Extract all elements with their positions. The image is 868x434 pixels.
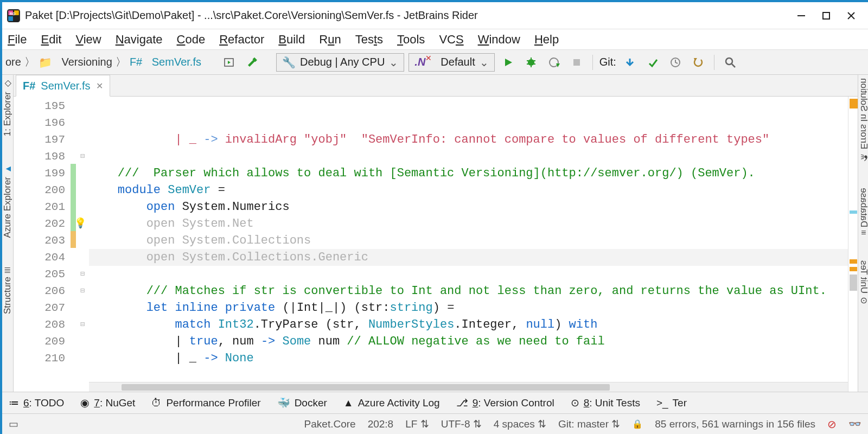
breadcrumb-2[interactable]: F# SemVer.fs bbox=[130, 56, 201, 68]
code-line[interactable]: module SemVer = bbox=[89, 182, 848, 199]
status-git-branch[interactable]: Git: master ⇅ bbox=[558, 418, 620, 430]
error-stripe[interactable] bbox=[848, 97, 858, 392]
status-encoding[interactable]: UTF-8 ⇅ bbox=[441, 418, 482, 430]
warning-marker[interactable] bbox=[850, 99, 858, 108]
code-line[interactable]: open System.Collections bbox=[89, 232, 848, 249]
menu-file[interactable]: File bbox=[8, 33, 27, 47]
toolwin-azure-activity-log[interactable]: ▲Azure Activity Log bbox=[343, 397, 440, 409]
close-button[interactable] bbox=[839, 7, 864, 24]
horizontal-scrollbar[interactable] bbox=[89, 382, 848, 392]
svg-point-22 bbox=[726, 58, 732, 65]
menu-navigate[interactable]: Navigate bbox=[116, 33, 163, 47]
menu-code[interactable]: Code bbox=[177, 33, 206, 47]
line-number: 196 bbox=[14, 114, 65, 131]
breadcrumb: ore 〉 📁 Versioning 〉 F# SemVer.fs bbox=[5, 55, 201, 69]
toolwin----todo[interactable]: ≔6: TODO bbox=[9, 397, 64, 409]
info-marker[interactable] bbox=[850, 210, 857, 214]
toolwin----unit-tests[interactable]: ⊙8: Unit Tests bbox=[571, 397, 640, 409]
chevron-right-icon: 〉 bbox=[116, 55, 126, 69]
warning-marker[interactable] bbox=[850, 259, 857, 264]
git-revert-button[interactable] bbox=[689, 53, 707, 72]
coverage-button[interactable] bbox=[545, 53, 563, 72]
status-line-ending[interactable]: LF ⇅ bbox=[405, 418, 429, 430]
toolwin-docker[interactable]: 🐳Docker bbox=[277, 397, 327, 409]
menu-tests[interactable]: Tests bbox=[355, 33, 383, 47]
build-hammer-icon[interactable] bbox=[242, 53, 261, 72]
solution-config-dropdown[interactable]: 🔧 Debug | Any CPU ⌄ bbox=[276, 53, 404, 72]
run-button[interactable] bbox=[499, 53, 518, 72]
code-line[interactable]: open System.Numerics bbox=[89, 199, 848, 215]
toolwin-performance-profiler[interactable]: ⏱Performance Profiler bbox=[151, 397, 260, 409]
chevron-down-icon: ⌄ bbox=[480, 56, 489, 69]
code-line[interactable] bbox=[89, 367, 848, 384]
tool-structure[interactable]: Structure≣ bbox=[2, 266, 13, 314]
code-line[interactable]: | _ -> None bbox=[89, 350, 848, 367]
code-line[interactable]: /// Matches if str is convertible to Int… bbox=[89, 283, 848, 299]
code-line[interactable] bbox=[89, 148, 848, 165]
menu-vcs[interactable]: VCS bbox=[439, 33, 463, 47]
line-number: 198 bbox=[14, 148, 65, 165]
menu-help[interactable]: Help bbox=[534, 33, 559, 47]
code-line[interactable]: /// Parser which allows to deal with [Se… bbox=[89, 165, 848, 182]
menu-view[interactable]: View bbox=[75, 33, 101, 47]
menu-edit[interactable]: Edit bbox=[41, 33, 61, 47]
tool-unit-tests[interactable]: ⊙Unit Tes bbox=[858, 260, 868, 304]
status-position[interactable]: 202:8 bbox=[368, 418, 394, 430]
toolwin----nuget[interactable]: ◉7: NuGet bbox=[80, 397, 135, 409]
status-bar: ▭ Paket.Core 202:8 LF ⇅ UTF-8 ⇅ 4 spaces… bbox=[2, 413, 868, 434]
menu-tools[interactable]: Tools bbox=[397, 33, 425, 47]
status-problems[interactable]: 85 errors, 561 warnings in 156 files bbox=[655, 418, 815, 430]
editor-tabs: F# SemVer.fs ✕ bbox=[14, 75, 858, 97]
git-commit-button[interactable] bbox=[643, 53, 662, 72]
inspector-icon[interactable]: 👓 bbox=[848, 418, 861, 430]
status-indent[interactable]: 4 spaces ⇅ bbox=[494, 418, 546, 430]
tab-semver[interactable]: F# SemVer.fs ✕ bbox=[16, 75, 110, 97]
no-entry-icon[interactable]: ⊘ bbox=[827, 418, 837, 431]
menu-window[interactable]: Window bbox=[478, 33, 520, 47]
tool-explorer[interactable]: 1: Explorer◇ bbox=[2, 78, 13, 136]
code-line[interactable]: let inline private (|Int|_|) (str:string… bbox=[89, 299, 848, 316]
database-icon: ≡ bbox=[861, 228, 866, 238]
toolbar: ore 〉 📁 Versioning 〉 F# SemVer.fs 🔧 Debu… bbox=[2, 50, 868, 75]
menu-build[interactable]: Build bbox=[278, 33, 305, 47]
tool-errors[interactable]: ⚗Errors In Solution bbox=[858, 78, 868, 163]
breadcrumb-0[interactable]: ore bbox=[5, 56, 21, 68]
code-line[interactable] bbox=[89, 266, 848, 283]
line-number: 210 bbox=[14, 350, 65, 367]
fold-column[interactable]: ⊟⊟⊟⊟ bbox=[76, 97, 89, 392]
menu-refactor[interactable]: Refactor bbox=[219, 33, 264, 47]
toolwin-ter[interactable]: >_Ter bbox=[656, 397, 687, 409]
minimize-button[interactable] bbox=[789, 7, 814, 24]
search-button[interactable] bbox=[721, 53, 739, 72]
menu-run[interactable]: Run bbox=[319, 33, 341, 47]
toolwin----version-control[interactable]: ⎇9: Version Control bbox=[456, 397, 554, 409]
tool-azure-explorer[interactable]: Azure Explorer▲ bbox=[2, 164, 13, 238]
code-line[interactable]: | _ -> invalidArg "yobj" "SemVerInfo: ca… bbox=[89, 131, 848, 148]
git-pull-button[interactable] bbox=[621, 53, 639, 72]
lightbulb-icon[interactable]: 💡 bbox=[74, 215, 86, 232]
lock-icon[interactable]: 🔒 bbox=[632, 419, 643, 429]
breadcrumb-1[interactable]: 📁 Versioning bbox=[39, 56, 112, 69]
git-history-button[interactable] bbox=[666, 53, 685, 72]
code-line[interactable]: open System.Net bbox=[89, 215, 848, 232]
maximize-button[interactable] bbox=[814, 7, 839, 24]
stop-button[interactable] bbox=[567, 53, 586, 72]
status-context[interactable]: Paket.Core bbox=[304, 418, 356, 430]
code-line[interactable]: | true, num -> Some num // ALLOW negativ… bbox=[89, 333, 848, 350]
presentation-icon[interactable]: ▭ bbox=[9, 418, 18, 430]
code-line[interactable]: open System.Collections.Generic bbox=[89, 249, 848, 266]
marker[interactable] bbox=[850, 275, 857, 291]
close-tab-icon[interactable]: ✕ bbox=[96, 81, 103, 91]
warning-marker[interactable] bbox=[850, 267, 857, 271]
line-number: 203 bbox=[14, 232, 65, 249]
scrollbar-thumb[interactable] bbox=[122, 384, 610, 391]
code-area[interactable]: 💡 19519619719819920020120220320420520620… bbox=[14, 97, 858, 392]
app-logo-icon: RD bbox=[7, 9, 21, 23]
debug-button[interactable] bbox=[522, 53, 540, 72]
tool-database[interactable]: ≡Database bbox=[858, 188, 868, 235]
code-line[interactable]: match Int32.TryParse (str, NumberStyles.… bbox=[89, 316, 848, 333]
run-config-dropdown[interactable]: .N ✕ Default ⌄ bbox=[409, 53, 494, 72]
navigate-target-icon[interactable] bbox=[220, 53, 238, 72]
code-lines[interactable]: | _ -> invalidArg "yobj" "SemVerInfo: ca… bbox=[89, 97, 848, 392]
left-tool-strip: 1: Explorer◇ Azure Explorer▲ Structure≣ bbox=[2, 75, 14, 392]
